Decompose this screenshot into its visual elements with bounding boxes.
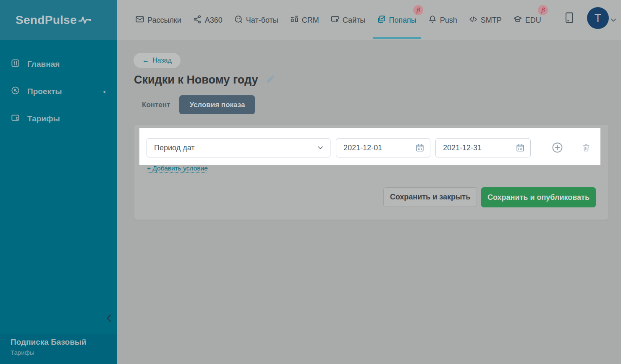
nav-item-smtp[interactable]: SMTP <box>469 15 502 26</box>
nav-item-edu[interactable]: EDU β <box>513 15 541 26</box>
sidebar-item-home[interactable]: Главная <box>0 58 117 71</box>
pricing-link[interactable]: Тарифы <box>10 349 34 356</box>
beta-badge: β <box>538 5 548 15</box>
sidebar-item-label: Проекты <box>27 87 62 96</box>
nav-item-mailings[interactable]: Рассылки <box>135 15 181 26</box>
nav-label: Сайты <box>343 16 365 25</box>
mobile-app-button[interactable] <box>565 12 574 25</box>
plus-circle-icon <box>552 142 563 155</box>
nav-item-crm[interactable]: CRM <box>290 15 319 26</box>
save-close-button[interactable]: Сохранить и закрыть <box>383 187 477 207</box>
sidebar-header: SendPulse <box>0 0 117 40</box>
smartphone-icon <box>565 17 574 24</box>
nav-label: SMTP <box>481 16 502 25</box>
nav-item-popups[interactable]: Попапы β <box>377 15 416 26</box>
date-to-value: 2021-12-31 <box>443 144 482 152</box>
sidebar-item-label: Главная <box>27 60 60 69</box>
sidebar-collapse-button[interactable] <box>103 313 114 325</box>
nav-label: CRM <box>302 16 319 25</box>
back-arrow-icon: ← <box>142 57 149 64</box>
chevron-down-icon <box>317 144 324 151</box>
code-icon <box>469 15 478 26</box>
subscription-plan: Подписка Базовый <box>10 338 117 347</box>
nav-label: Чат-боты <box>246 16 278 25</box>
page-title-row: Скидки к Новому году <box>134 73 275 86</box>
bell-icon <box>428 15 437 26</box>
add-condition-link[interactable]: + Добавить условие <box>147 165 208 172</box>
share-nodes-icon <box>193 15 202 26</box>
sidebar: SendPulse Главная Проекты Тарифы Под <box>0 0 117 364</box>
envelope-icon <box>135 15 144 26</box>
add-condition-row-button[interactable] <box>552 142 563 155</box>
date-from-input[interactable]: 2021-12-01 <box>336 138 430 157</box>
date-from-value: 2021-12-01 <box>343 144 382 152</box>
nav-label: EDU <box>525 16 541 25</box>
nav-label: Push <box>440 16 457 25</box>
account-avatar: T <box>587 7 609 29</box>
back-button[interactable]: ← Назад <box>134 53 181 68</box>
dashboard-icon <box>10 58 20 70</box>
chevron-left-icon <box>105 314 113 324</box>
back-label: Назад <box>152 57 172 64</box>
sidebar-item-label: Тарифы <box>27 114 60 123</box>
nav-item-chatbots[interactable]: Чат-боты <box>234 15 278 26</box>
page-title: Скидки к Новому году <box>134 73 258 86</box>
nav-item-sites[interactable]: Сайты <box>330 15 365 26</box>
nav-label: A360 <box>205 16 223 25</box>
trash-icon <box>582 143 591 154</box>
condition-row: Период дат 2021-12-01 2021-12-31 <box>139 128 600 165</box>
tab-bar: Контент Условия показа <box>142 95 255 114</box>
nav-item-push[interactable]: Push <box>428 15 457 26</box>
submenu-caret-icon <box>102 87 106 96</box>
popup-check-icon <box>377 15 386 26</box>
crm-icon <box>290 15 299 26</box>
nav-item-a360[interactable]: A360 <box>193 15 223 26</box>
logo-text: SendPulse <box>16 13 77 27</box>
sidebar-footer: Подписка Базовый Тарифы <box>0 334 117 364</box>
account-menu[interactable]: T <box>587 7 616 29</box>
sidebar-item-pricing[interactable]: Тарифы <box>0 112 117 125</box>
calendar-icon[interactable] <box>415 143 424 152</box>
delete-condition-row-button[interactable] <box>582 143 591 154</box>
sendpulse-logo[interactable]: SendPulse <box>16 12 92 29</box>
date-to-input[interactable]: 2021-12-31 <box>435 138 531 157</box>
chatbot-icon <box>234 15 243 26</box>
condition-type-value: Период дат <box>154 144 195 152</box>
nav-label: Рассылки <box>147 16 181 25</box>
caret-down-icon <box>611 16 616 24</box>
wallet-icon <box>10 113 20 125</box>
condition-type-select[interactable]: Период дат <box>147 138 330 157</box>
sendpulse-app: Рассылки A360 Чат-боты CRM Сайты Попапы … <box>0 0 621 364</box>
beta-badge: β <box>413 5 423 15</box>
sidebar-item-projects[interactable]: Проекты <box>0 85 117 98</box>
tab-display-conditions[interactable]: Условия показа <box>179 95 255 114</box>
nav-label: Попапы <box>389 16 416 25</box>
graduation-cap-icon <box>513 15 522 26</box>
top-navbar: Рассылки A360 Чат-боты CRM Сайты Попапы … <box>117 0 621 40</box>
pulse-icon <box>78 12 92 29</box>
compass-arrow-icon <box>10 86 20 97</box>
avatar-initial: T <box>595 12 602 25</box>
browser-cursor-icon <box>330 15 340 26</box>
pencil-icon <box>265 75 275 86</box>
tab-content[interactable]: Контент <box>142 101 170 109</box>
edit-title-button[interactable] <box>265 75 275 86</box>
calendar-icon[interactable] <box>516 143 525 152</box>
save-publish-button[interactable]: Сохранить и опубликовать <box>481 187 596 207</box>
sidebar-nav: Главная Проекты Тарифы <box>0 40 117 125</box>
